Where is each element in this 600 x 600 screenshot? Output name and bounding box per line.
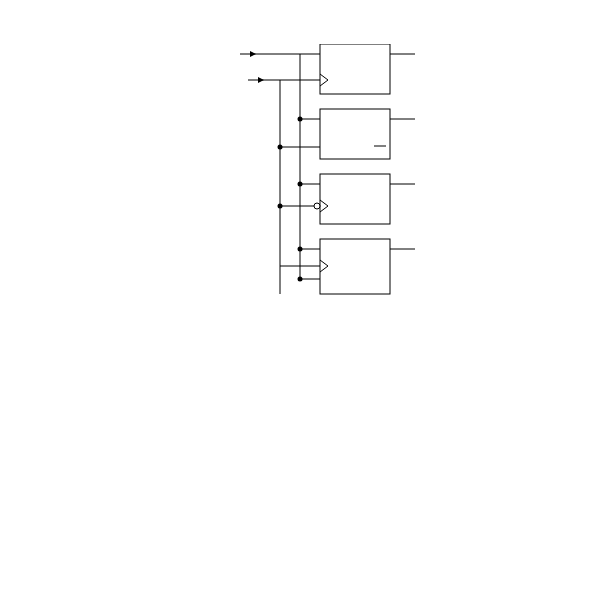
svg-rect-13 [320,174,390,224]
svg-rect-4 [320,44,390,94]
svg-point-24 [298,277,303,282]
arrow-icon [258,77,264,83]
svg-rect-19 [320,239,390,294]
flipflop-B [278,109,416,159]
svg-point-23 [298,247,303,252]
flipflop-C [278,174,416,224]
flipflop-A [320,44,415,94]
neg-edge-icon [314,203,320,209]
svg-point-15 [298,182,303,187]
arrow-icon [250,51,256,57]
svg-rect-6 [320,109,390,159]
svg-point-8 [298,117,303,122]
flipflop-D [280,239,415,294]
page [0,0,600,600]
circuit-diagram [210,44,470,314]
svg-point-17 [278,204,283,209]
timing-diagram [60,330,520,580]
svg-point-10 [278,145,283,150]
